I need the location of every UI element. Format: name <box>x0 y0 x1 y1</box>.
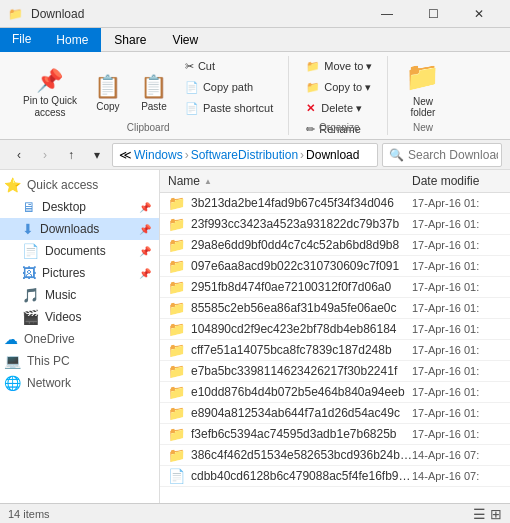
ribbon: 📌 Pin to Quickaccess 📋 Copy 📋 Paste ✂ Cu… <box>0 52 510 140</box>
copy-to-button[interactable]: 📁 Copy to ▾ <box>299 77 379 97</box>
search-icon: 🔍 <box>389 148 404 162</box>
table-row[interactable]: 📁e7ba5bc3398114623426217f30b2241f17-Apr-… <box>160 361 510 382</box>
sidebar-item-music[interactable]: 🎵 Music <box>0 284 159 306</box>
column-date: Date modifie <box>412 174 502 188</box>
recent-locations-button[interactable]: ▾ <box>86 144 108 166</box>
table-row[interactable]: 📁386c4f462d51534e582653bcd936b24b043...1… <box>160 445 510 466</box>
folder-icon: 📁 <box>168 195 185 211</box>
paste-shortcut-button[interactable]: 📄 Paste shortcut <box>178 98 280 118</box>
breadcrumb-sep-1: › <box>185 148 189 162</box>
copy-button[interactable]: 📋 Copy <box>86 64 130 124</box>
cut-label: Cut <box>198 60 215 72</box>
table-row[interactable]: 📁cff7e51a14075bca8fc7839c187d248b17-Apr-… <box>160 340 510 361</box>
file-name: 104890cd2f9ec423e2bf78db4eb86184 <box>191 322 412 336</box>
new-folder-button[interactable]: 📁 Newfolder <box>398 59 447 119</box>
videos-label: Videos <box>45 310 151 324</box>
paste-button[interactable]: 📋 Paste <box>132 64 176 124</box>
network-label: Network <box>27 376 151 390</box>
search-input[interactable] <box>408 148 498 162</box>
delete-button[interactable]: ✕ Delete ▾ <box>299 98 379 118</box>
back-button[interactable]: ‹ <box>8 144 30 166</box>
move-to-label: Move to ▾ <box>324 60 372 73</box>
forward-button[interactable]: › <box>34 144 56 166</box>
clipboard-label: Clipboard <box>8 122 288 133</box>
sidebar-item-onedrive[interactable]: ☁ OneDrive <box>0 328 159 350</box>
desktop-icon: 🖥 <box>22 199 36 215</box>
file-date: 17-Apr-16 01: <box>412 281 502 293</box>
table-row[interactable]: 📁3b213da2be14fad9b67c45f34f34d04617-Apr-… <box>160 193 510 214</box>
file-date: 17-Apr-16 01: <box>412 407 502 419</box>
onedrive-icon: ☁ <box>4 331 18 347</box>
title-controls: — ☐ ✕ <box>364 0 502 28</box>
file-date: 14-Apr-16 07: <box>412 449 502 461</box>
table-row[interactable]: 📁2951fb8d474f0ae72100312f0f7d06a017-Apr-… <box>160 277 510 298</box>
organize-label: Organize <box>291 122 387 133</box>
quick-access-icon: ⭐ <box>4 177 21 193</box>
up-button[interactable]: ↑ <box>60 144 82 166</box>
table-row[interactable]: 📁e10dd876b4d4b072b5e464b840a94eeb17-Apr-… <box>160 382 510 403</box>
file-name: e7ba5bc3398114623426217f30b2241f <box>191 364 412 378</box>
copy-label: Copy <box>96 101 119 112</box>
sidebar-item-quick-access[interactable]: ⭐ Quick access <box>0 174 159 196</box>
folder-icon: 📁 <box>168 447 185 463</box>
sidebar-item-documents[interactable]: 📄 Documents 📌 <box>0 240 159 262</box>
search-box[interactable]: 🔍 <box>382 143 502 167</box>
clipboard-small-group: ✂ Cut 📄 Copy path 📄 Paste shortcut <box>178 56 280 132</box>
maximize-button[interactable]: ☐ <box>410 0 456 28</box>
move-to-icon: 📁 <box>306 60 320 73</box>
minimize-button[interactable]: — <box>364 0 410 28</box>
table-row[interactable]: 📄cdbb40cd6128b6c479088ac5f4fe16fb917a...… <box>160 466 510 487</box>
move-to-button[interactable]: 📁 Move to ▾ <box>299 56 379 76</box>
delete-icon: ✕ <box>306 102 315 115</box>
table-row[interactable]: 📁85585c2eb56ea86af31b49a5fe06ae0c17-Apr-… <box>160 298 510 319</box>
folder-icon: 📁 <box>168 405 185 421</box>
pictures-pin: 📌 <box>139 268 151 279</box>
tab-share[interactable]: Share <box>101 28 159 52</box>
cut-button[interactable]: ✂ Cut <box>178 56 280 76</box>
window-icon: 📁 <box>8 7 23 21</box>
breadcrumb-software-distribution[interactable]: SoftwareDistribution <box>191 148 298 162</box>
status-icons: ☰ ⊞ <box>473 506 502 522</box>
table-row[interactable]: 📁097e6aa8acd9b022c310730609c7f09117-Apr-… <box>160 256 510 277</box>
sidebar-item-downloads[interactable]: ⬇ Downloads 📌 <box>0 218 159 240</box>
paste-icon: 📋 <box>140 76 167 98</box>
network-icon: 🌐 <box>4 375 21 391</box>
table-row[interactable]: 📁e8904a812534ab644f7a1d26d54ac49c17-Apr-… <box>160 403 510 424</box>
file-name: 2951fb8d474f0ae72100312f0f7d06a0 <box>191 280 412 294</box>
copy-icon: 📋 <box>94 76 121 98</box>
paste-label: Paste <box>141 101 167 112</box>
file-name: cff7e51a14075bca8fc7839c187d248b <box>191 343 412 357</box>
sidebar-item-videos[interactable]: 🎬 Videos <box>0 306 159 328</box>
tab-file[interactable]: File <box>0 28 43 52</box>
file-date: 17-Apr-16 01: <box>412 197 502 209</box>
breadcrumb-windows[interactable]: Windows <box>134 148 183 162</box>
close-button[interactable]: ✕ <box>456 0 502 28</box>
file-date: 14-Apr-16 07: <box>412 470 502 482</box>
file-name: e8904a812534ab644f7a1d26d54ac49c <box>191 406 412 420</box>
this-pc-icon: 💻 <box>4 353 21 369</box>
tab-home[interactable]: Home <box>43 28 101 52</box>
file-list-header: Name ▲ Date modifie <box>160 170 510 193</box>
file-date: 17-Apr-16 01: <box>412 260 502 272</box>
table-row[interactable]: 📁104890cd2f9ec423e2bf78db4eb8618417-Apr-… <box>160 319 510 340</box>
copy-path-label: Copy path <box>203 81 253 93</box>
table-row[interactable]: 📁23f993cc3423a4523a931822dc79b37b17-Apr-… <box>160 214 510 235</box>
table-row[interactable]: 📁29a8e6dd9bf0dd4c7c4c52ab6bd8d9b817-Apr-… <box>160 235 510 256</box>
copy-path-button[interactable]: 📄 Copy path <box>178 77 280 97</box>
view-large-icon[interactable]: ⊞ <box>490 506 502 522</box>
sidebar-item-network[interactable]: 🌐 Network <box>0 372 159 394</box>
table-row[interactable]: 📁f3efb6c5394ac74595d3adb1e7b6825b17-Apr-… <box>160 424 510 445</box>
documents-icon: 📄 <box>22 243 39 259</box>
sidebar-item-pictures[interactable]: 🖼 Pictures 📌 <box>0 262 159 284</box>
view-details-icon[interactable]: ☰ <box>473 506 486 522</box>
onedrive-label: OneDrive <box>24 332 151 346</box>
title-bar: 📁 Download — ☐ ✕ <box>0 0 510 28</box>
cut-icon: ✂ <box>185 60 194 73</box>
sidebar-item-desktop[interactable]: 🖥 Desktop 📌 <box>0 196 159 218</box>
documents-pin: 📌 <box>139 246 151 257</box>
sidebar-item-this-pc[interactable]: 💻 This PC <box>0 350 159 372</box>
tab-view[interactable]: View <box>159 28 211 52</box>
pin-quick-access-button[interactable]: 📌 Pin to Quickaccess <box>16 64 84 124</box>
window-title: Download <box>31 7 84 21</box>
file-date: 17-Apr-16 01: <box>412 218 502 230</box>
